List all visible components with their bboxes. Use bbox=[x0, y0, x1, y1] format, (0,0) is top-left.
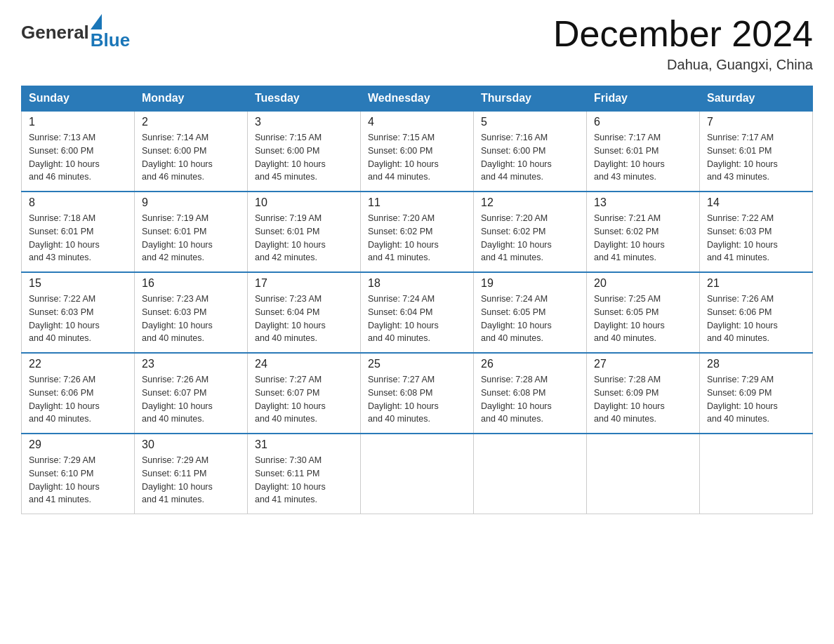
day-number: 6 bbox=[594, 116, 692, 128]
day-cell-16: 16 Sunrise: 7:23 AMSunset: 6:03 PMDaylig… bbox=[135, 272, 248, 353]
day-number: 3 bbox=[255, 116, 353, 128]
day-info: Sunrise: 7:27 AMSunset: 6:07 PMDaylight:… bbox=[255, 373, 353, 426]
day-number: 19 bbox=[481, 277, 579, 290]
day-cell-4: 4 Sunrise: 7:15 AMSunset: 6:00 PMDayligh… bbox=[361, 111, 474, 192]
day-info: Sunrise: 7:24 AMSunset: 6:04 PMDaylight:… bbox=[368, 293, 466, 345]
weekday-header-saturday: Saturday bbox=[700, 86, 813, 112]
day-number: 22 bbox=[29, 358, 127, 370]
day-number: 17 bbox=[255, 277, 353, 290]
day-info: Sunrise: 7:29 AMSunset: 6:10 PMDaylight:… bbox=[29, 454, 127, 507]
day-info: Sunrise: 7:26 AMSunset: 6:06 PMDaylight:… bbox=[707, 293, 805, 345]
day-number: 31 bbox=[255, 438, 353, 451]
day-number: 9 bbox=[142, 196, 240, 209]
day-cell-26: 26 Sunrise: 7:28 AMSunset: 6:08 PMDaylig… bbox=[474, 353, 587, 434]
week-row-2: 8 Sunrise: 7:18 AMSunset: 6:01 PMDayligh… bbox=[22, 192, 813, 272]
day-info: Sunrise: 7:20 AMSunset: 6:02 PMDaylight:… bbox=[481, 212, 579, 264]
day-cell-19: 19 Sunrise: 7:24 AMSunset: 6:05 PMDaylig… bbox=[474, 272, 587, 353]
week-row-3: 15 Sunrise: 7:22 AMSunset: 6:03 PMDaylig… bbox=[22, 272, 813, 353]
day-number: 12 bbox=[481, 196, 579, 209]
empty-cell bbox=[587, 434, 700, 514]
day-info: Sunrise: 7:23 AMSunset: 6:04 PMDaylight:… bbox=[255, 293, 353, 345]
day-number: 23 bbox=[142, 358, 240, 370]
calendar-table: SundayMondayTuesdayWednesdayThursdayFrid… bbox=[21, 86, 813, 514]
day-cell-24: 24 Sunrise: 7:27 AMSunset: 6:07 PMDaylig… bbox=[248, 353, 361, 434]
logo-blue-text: Blue bbox=[91, 29, 130, 51]
day-number: 21 bbox=[707, 277, 805, 290]
day-info: Sunrise: 7:14 AMSunset: 6:00 PMDaylight:… bbox=[142, 131, 240, 184]
day-number: 2 bbox=[142, 116, 240, 128]
day-cell-15: 15 Sunrise: 7:22 AMSunset: 6:03 PMDaylig… bbox=[22, 272, 135, 353]
page-header: General Blue December 2024 Dahua, Guangx… bbox=[21, 14, 813, 73]
week-row-5: 29 Sunrise: 7:29 AMSunset: 6:10 PMDaylig… bbox=[22, 434, 813, 514]
week-row-1: 1 Sunrise: 7:13 AMSunset: 6:00 PMDayligh… bbox=[22, 111, 813, 192]
day-info: Sunrise: 7:24 AMSunset: 6:05 PMDaylight:… bbox=[481, 293, 579, 345]
day-cell-21: 21 Sunrise: 7:26 AMSunset: 6:06 PMDaylig… bbox=[700, 272, 813, 353]
week-row-4: 22 Sunrise: 7:26 AMSunset: 6:06 PMDaylig… bbox=[22, 353, 813, 434]
day-number: 14 bbox=[707, 196, 805, 209]
day-number: 26 bbox=[481, 358, 579, 370]
day-info: Sunrise: 7:26 AMSunset: 6:06 PMDaylight:… bbox=[29, 373, 127, 426]
day-info: Sunrise: 7:15 AMSunset: 6:00 PMDaylight:… bbox=[255, 131, 353, 184]
day-number: 30 bbox=[142, 438, 240, 451]
day-cell-31: 31 Sunrise: 7:30 AMSunset: 6:11 PMDaylig… bbox=[248, 434, 361, 514]
day-number: 8 bbox=[29, 196, 127, 209]
day-number: 5 bbox=[481, 116, 579, 128]
day-cell-2: 2 Sunrise: 7:14 AMSunset: 6:00 PMDayligh… bbox=[135, 111, 248, 192]
day-number: 4 bbox=[368, 116, 466, 128]
day-info: Sunrise: 7:28 AMSunset: 6:08 PMDaylight:… bbox=[481, 373, 579, 426]
day-info: Sunrise: 7:23 AMSunset: 6:03 PMDaylight:… bbox=[142, 293, 240, 345]
weekday-header-monday: Monday bbox=[135, 86, 248, 112]
empty-cell bbox=[700, 434, 813, 514]
day-info: Sunrise: 7:22 AMSunset: 6:03 PMDaylight:… bbox=[707, 212, 805, 264]
day-cell-28: 28 Sunrise: 7:29 AMSunset: 6:09 PMDaylig… bbox=[700, 353, 813, 434]
day-info: Sunrise: 7:15 AMSunset: 6:00 PMDaylight:… bbox=[368, 131, 466, 184]
day-info: Sunrise: 7:13 AMSunset: 6:00 PMDaylight:… bbox=[29, 131, 127, 184]
weekday-header-wednesday: Wednesday bbox=[361, 86, 474, 112]
day-number: 25 bbox=[368, 358, 466, 370]
day-info: Sunrise: 7:29 AMSunset: 6:09 PMDaylight:… bbox=[707, 373, 805, 426]
day-cell-9: 9 Sunrise: 7:19 AMSunset: 6:01 PMDayligh… bbox=[135, 192, 248, 272]
day-number: 20 bbox=[594, 277, 692, 290]
day-info: Sunrise: 7:19 AMSunset: 6:01 PMDaylight:… bbox=[142, 212, 240, 264]
empty-cell bbox=[361, 434, 474, 514]
day-info: Sunrise: 7:26 AMSunset: 6:07 PMDaylight:… bbox=[142, 373, 240, 426]
day-info: Sunrise: 7:17 AMSunset: 6:01 PMDaylight:… bbox=[594, 131, 692, 184]
day-number: 11 bbox=[368, 196, 466, 209]
day-number: 29 bbox=[29, 438, 127, 451]
weekday-header-row: SundayMondayTuesdayWednesdayThursdayFrid… bbox=[22, 86, 813, 112]
day-cell-20: 20 Sunrise: 7:25 AMSunset: 6:05 PMDaylig… bbox=[587, 272, 700, 353]
day-info: Sunrise: 7:17 AMSunset: 6:01 PMDaylight:… bbox=[707, 131, 805, 184]
logo: General Blue bbox=[21, 14, 130, 51]
day-info: Sunrise: 7:29 AMSunset: 6:11 PMDaylight:… bbox=[142, 454, 240, 507]
weekday-header-thursday: Thursday bbox=[474, 86, 587, 112]
day-info: Sunrise: 7:20 AMSunset: 6:02 PMDaylight:… bbox=[368, 212, 466, 264]
day-number: 15 bbox=[29, 277, 127, 290]
day-number: 27 bbox=[594, 358, 692, 370]
weekday-header-tuesday: Tuesday bbox=[248, 86, 361, 112]
day-number: 10 bbox=[255, 196, 353, 209]
day-number: 28 bbox=[707, 358, 805, 370]
day-cell-22: 22 Sunrise: 7:26 AMSunset: 6:06 PMDaylig… bbox=[22, 353, 135, 434]
day-info: Sunrise: 7:25 AMSunset: 6:05 PMDaylight:… bbox=[594, 293, 692, 345]
day-info: Sunrise: 7:28 AMSunset: 6:09 PMDaylight:… bbox=[594, 373, 692, 426]
day-cell-12: 12 Sunrise: 7:20 AMSunset: 6:02 PMDaylig… bbox=[474, 192, 587, 272]
weekday-header-sunday: Sunday bbox=[22, 86, 135, 112]
day-cell-7: 7 Sunrise: 7:17 AMSunset: 6:01 PMDayligh… bbox=[700, 111, 813, 192]
day-cell-25: 25 Sunrise: 7:27 AMSunset: 6:08 PMDaylig… bbox=[361, 353, 474, 434]
day-info: Sunrise: 7:18 AMSunset: 6:01 PMDaylight:… bbox=[29, 212, 127, 264]
logo-text: General Blue bbox=[21, 14, 130, 51]
day-cell-1: 1 Sunrise: 7:13 AMSunset: 6:00 PMDayligh… bbox=[22, 111, 135, 192]
day-cell-23: 23 Sunrise: 7:26 AMSunset: 6:07 PMDaylig… bbox=[135, 353, 248, 434]
day-cell-14: 14 Sunrise: 7:22 AMSunset: 6:03 PMDaylig… bbox=[700, 192, 813, 272]
logo-arrow-icon bbox=[91, 14, 102, 29]
day-cell-17: 17 Sunrise: 7:23 AMSunset: 6:04 PMDaylig… bbox=[248, 272, 361, 353]
day-number: 16 bbox=[142, 277, 240, 290]
location-text: Dahua, Guangxi, China bbox=[553, 57, 813, 73]
empty-cell bbox=[474, 434, 587, 514]
day-cell-10: 10 Sunrise: 7:19 AMSunset: 6:01 PMDaylig… bbox=[248, 192, 361, 272]
day-number: 13 bbox=[594, 196, 692, 209]
day-info: Sunrise: 7:19 AMSunset: 6:01 PMDaylight:… bbox=[255, 212, 353, 264]
day-cell-13: 13 Sunrise: 7:21 AMSunset: 6:02 PMDaylig… bbox=[587, 192, 700, 272]
weekday-header-friday: Friday bbox=[587, 86, 700, 112]
day-cell-27: 27 Sunrise: 7:28 AMSunset: 6:09 PMDaylig… bbox=[587, 353, 700, 434]
